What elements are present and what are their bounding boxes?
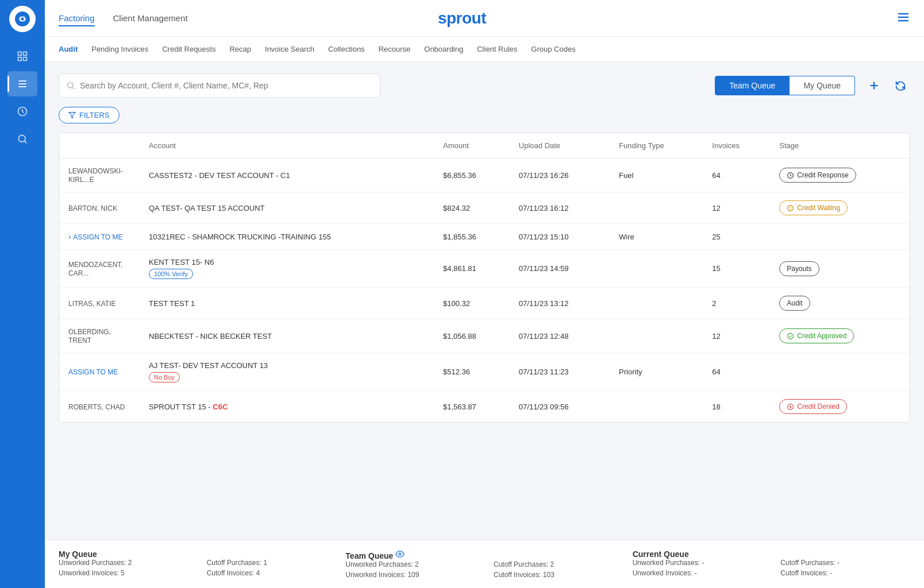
footer-team-queue-stats: Unworked Purchases: 2 Cutoff Purchases: …: [345, 560, 623, 579]
add-button[interactable]: [864, 76, 884, 95]
col-stage: Audit: [770, 288, 910, 319]
check-circle-icon: [787, 332, 794, 340]
col-prelabel: › ASSIGN TO ME: [59, 224, 140, 250]
col-account: SPROUT TST 15 - C6C: [140, 391, 434, 423]
table-row: ROBERTS, CHAD SPROUT TST 15 - C6C $1,563…: [59, 391, 910, 423]
stage-badge[interactable]: Audit: [779, 296, 810, 311]
sub-nav-collections[interactable]: Collections: [328, 42, 365, 56]
footer-stat-unworked-purchases: Unworked Purchases: 2: [59, 559, 188, 567]
sidebar-item-search[interactable]: [7, 126, 37, 152]
col-stage: Credit Waiting: [770, 192, 910, 224]
sub-nav-group-codes[interactable]: Group Codes: [531, 42, 575, 56]
team-queue-button[interactable]: Team Queue: [715, 76, 790, 95]
highlight-text: C6C: [213, 403, 228, 411]
col-invoices: 25: [703, 224, 770, 250]
footer-stat-unworked-invoices: Unworked Invoices: 5: [59, 569, 188, 577]
col-funding-type: Wire: [610, 224, 703, 250]
col-stage: Credit Approved: [770, 319, 910, 353]
col-funding-type: [610, 288, 703, 319]
col-amount: $824.32: [434, 192, 510, 224]
table-row: › ASSIGN TO ME 10321REC - SHAMROCK TRUCK…: [59, 224, 910, 250]
stage-badge[interactable]: Credit Denied: [779, 399, 846, 414]
svg-rect-2: [18, 52, 22, 56]
col-account: TEST TEST 1: [140, 288, 434, 319]
sub-nav-invoice-search[interactable]: Invoice Search: [265, 42, 314, 56]
nav-tab-client-management[interactable]: Client Management: [113, 11, 188, 26]
col-amount: $6,855.36: [434, 158, 510, 192]
sub-nav-pending-invoices[interactable]: Pending Invoices: [91, 42, 148, 56]
svg-rect-5: [24, 57, 27, 61]
sidebar-item-clock[interactable]: [7, 99, 37, 124]
account-name: LITRAS, KATIE: [68, 300, 116, 308]
footer-team-cutoff-invoices: Cutoff Invoices: 103: [494, 571, 623, 579]
col-header-selector: [59, 133, 140, 158]
sidebar-item-home[interactable]: [7, 44, 37, 69]
svg-point-23: [790, 209, 791, 210]
x-circle-icon: [787, 403, 794, 411]
col-funding-type: [610, 250, 703, 288]
footer-current-queue-title: Current Queue: [633, 550, 910, 559]
svg-line-11: [25, 141, 27, 144]
col-account: 10321REC - SHAMROCK TRUCKING -TRAINING 1…: [140, 224, 434, 250]
stage-badge[interactable]: Credit Response: [779, 168, 856, 183]
footer-my-queue: My Queue Unworked Purchases: 2 Cutoff Pu…: [59, 550, 336, 579]
stage-badge[interactable]: Credit Approved: [779, 328, 854, 343]
sub-navigation: Audit Pending Invoices Credit Requests R…: [45, 37, 924, 62]
sub-nav-client-rules[interactable]: Client Rules: [477, 42, 517, 56]
hamburger-menu[interactable]: [896, 10, 910, 26]
col-stage: Credit Denied: [770, 391, 910, 423]
nav-tab-factoring[interactable]: Factoring: [59, 11, 95, 26]
footer-team-unworked-purchases: Unworked Purchases: 2: [345, 560, 475, 568]
footer: My Queue Unworked Purchases: 2 Cutoff Pu…: [45, 540, 924, 588]
filter-icon: [68, 111, 76, 119]
col-invoices: 64: [703, 158, 770, 192]
col-amount: $1,855.36: [434, 224, 510, 250]
sub-nav-audit[interactable]: Audit: [59, 42, 78, 56]
my-queue-button[interactable]: My Queue: [790, 76, 855, 95]
svg-point-28: [399, 553, 401, 555]
sidebar: [0, 0, 45, 588]
stage-badge[interactable]: Payouts: [779, 261, 819, 276]
account-name: OLBERDING, TRENT: [68, 328, 111, 345]
col-header-upload-date: Upload Date: [510, 133, 610, 158]
col-invoices: 15: [703, 250, 770, 288]
search-input[interactable]: [80, 81, 373, 90]
search-input-wrap[interactable]: [59, 74, 380, 98]
col-account: NBECKTEST - NICK BECKER TEST: [140, 319, 434, 353]
sidebar-item-list[interactable]: [7, 71, 37, 96]
stage-badge[interactable]: Credit Waiting: [779, 200, 848, 215]
svg-rect-3: [24, 52, 27, 56]
footer-grid: My Queue Unworked Purchases: 2 Cutoff Pu…: [59, 550, 910, 579]
col-funding-type: Fuel: [610, 158, 703, 192]
footer-team-queue: Team Queue Unworked Purchases: 2 Cutoff …: [345, 550, 623, 579]
table-row: OLBERDING, TRENT NBECKTEST - NICK BECKER…: [59, 319, 910, 353]
app-logo[interactable]: [9, 6, 36, 32]
footer-team-queue-title: Team Queue: [345, 550, 623, 560]
sub-nav-recap[interactable]: Recap: [229, 42, 251, 56]
col-funding-type: [610, 192, 703, 224]
footer-my-queue-title: My Queue: [59, 550, 336, 559]
footer-current-unworked-invoices: Unworked Invoices: -: [633, 569, 763, 577]
filters-button[interactable]: FILTERS: [59, 107, 120, 123]
top-navigation: Factoring Client Management sprout: [45, 0, 924, 37]
col-stage: Credit Response: [770, 158, 910, 192]
col-upload-date: 07/11/23 16:12: [510, 192, 610, 224]
sub-nav-onboarding[interactable]: Onboarding: [424, 42, 463, 56]
app-logo-text: sprout: [438, 9, 486, 27]
logo-center: sprout: [438, 9, 486, 28]
col-prelabel: ASSIGN TO ME: [59, 353, 140, 391]
sub-nav-recourse[interactable]: Recourse: [379, 42, 411, 56]
refresh-button[interactable]: [891, 76, 910, 95]
expand-arrow[interactable]: ›: [68, 232, 71, 241]
svg-point-15: [68, 83, 73, 88]
sub-nav-credit-requests[interactable]: Credit Requests: [162, 42, 215, 56]
col-prelabel: MENDOZACENT, CAR...: [59, 250, 140, 288]
sub-badge: 100% Verify: [149, 269, 193, 279]
col-upload-date: 07/11/23 11:23: [510, 353, 610, 391]
assign-to-me-link[interactable]: ASSIGN TO ME: [68, 368, 118, 376]
col-invoices: 2: [703, 288, 770, 319]
col-prelabel: LEWANDOWSKI-KIRL...E: [59, 158, 140, 192]
svg-marker-19: [69, 113, 75, 118]
col-account: QA TEST- QA TEST 15 ACCOUNT: [140, 192, 434, 224]
assign-to-me-link[interactable]: ASSIGN TO ME: [73, 233, 122, 241]
